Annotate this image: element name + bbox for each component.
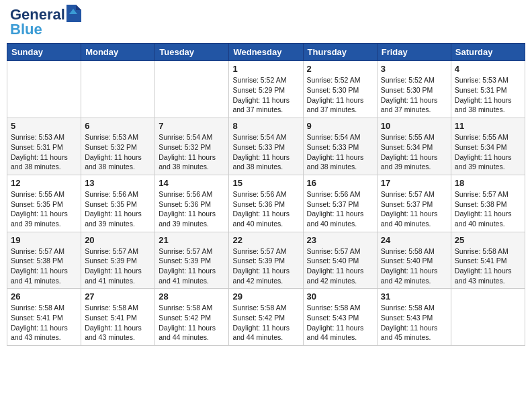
calendar-cell: 17Sunrise: 5:57 AM Sunset: 5:37 PM Dayli…: [377, 175, 451, 232]
day-info: Sunrise: 5:57 AM Sunset: 5:39 PM Dayligh…: [232, 246, 299, 286]
calendar-cell: 25Sunrise: 5:58 AM Sunset: 5:41 PM Dayli…: [451, 232, 525, 289]
calendar-cell: 26Sunrise: 5:58 AM Sunset: 5:41 PM Dayli…: [7, 289, 81, 346]
page-header: General Blue: [7, 7, 525, 38]
calendar-cell: 30Sunrise: 5:58 AM Sunset: 5:43 PM Dayli…: [303, 289, 377, 346]
day-info: Sunrise: 5:52 AM Sunset: 5:30 PM Dayligh…: [381, 75, 447, 115]
day-number: 28: [159, 291, 225, 302]
calendar-cell: 21Sunrise: 5:57 AM Sunset: 5:39 PM Dayli…: [155, 232, 229, 289]
calendar-cell: 16Sunrise: 5:56 AM Sunset: 5:37 PM Dayli…: [303, 175, 377, 232]
day-info: Sunrise: 5:57 AM Sunset: 5:37 PM Dayligh…: [381, 189, 447, 229]
calendar-cell: 19Sunrise: 5:57 AM Sunset: 5:38 PM Dayli…: [7, 232, 81, 289]
calendar-cell: 14Sunrise: 5:56 AM Sunset: 5:36 PM Dayli…: [155, 175, 229, 232]
day-info: Sunrise: 5:52 AM Sunset: 5:30 PM Dayligh…: [307, 75, 373, 115]
weekday-header-wednesday: Wednesday: [229, 44, 303, 61]
calendar-cell: [7, 61, 81, 118]
day-number: 3: [381, 64, 447, 74]
day-info: Sunrise: 5:57 AM Sunset: 5:38 PM Dayligh…: [455, 189, 521, 229]
day-number: 29: [232, 291, 299, 302]
day-number: 12: [11, 178, 77, 188]
day-number: 16: [307, 178, 373, 188]
calendar-week-5: 26Sunrise: 5:58 AM Sunset: 5:41 PM Dayli…: [7, 289, 525, 346]
calendar-cell: 22Sunrise: 5:57 AM Sunset: 5:39 PM Dayli…: [229, 232, 303, 289]
calendar-cell: 7Sunrise: 5:54 AM Sunset: 5:32 PM Daylig…: [155, 118, 229, 175]
day-number: 24: [381, 235, 447, 245]
calendar-cell: 12Sunrise: 5:55 AM Sunset: 5:35 PM Dayli…: [7, 175, 81, 232]
calendar-cell: [451, 289, 525, 346]
day-info: Sunrise: 5:57 AM Sunset: 5:39 PM Dayligh…: [159, 246, 225, 286]
day-info: Sunrise: 5:53 AM Sunset: 5:32 PM Dayligh…: [85, 132, 151, 172]
calendar-cell: 23Sunrise: 5:57 AM Sunset: 5:40 PM Dayli…: [303, 232, 377, 289]
calendar-cell: 27Sunrise: 5:58 AM Sunset: 5:41 PM Dayli…: [81, 289, 155, 346]
calendar-week-1: 1Sunrise: 5:52 AM Sunset: 5:29 PM Daylig…: [7, 61, 525, 118]
calendar-cell: 4Sunrise: 5:53 AM Sunset: 5:31 PM Daylig…: [451, 61, 525, 118]
day-info: Sunrise: 5:58 AM Sunset: 5:41 PM Dayligh…: [455, 246, 521, 286]
day-number: 14: [159, 178, 225, 188]
calendar-cell: 2Sunrise: 5:52 AM Sunset: 5:30 PM Daylig…: [303, 61, 377, 118]
day-number: 15: [232, 178, 299, 188]
calendar-cell: 8Sunrise: 5:54 AM Sunset: 5:33 PM Daylig…: [229, 118, 303, 175]
calendar-week-3: 12Sunrise: 5:55 AM Sunset: 5:35 PM Dayli…: [7, 175, 525, 232]
day-info: Sunrise: 5:58 AM Sunset: 5:43 PM Dayligh…: [307, 303, 373, 342]
day-number: 4: [455, 64, 521, 74]
day-info: Sunrise: 5:55 AM Sunset: 5:34 PM Dayligh…: [455, 132, 521, 172]
day-info: Sunrise: 5:57 AM Sunset: 5:39 PM Dayligh…: [85, 246, 151, 286]
calendar-cell: 20Sunrise: 5:57 AM Sunset: 5:39 PM Dayli…: [81, 232, 155, 289]
day-number: 21: [159, 235, 225, 245]
day-number: 26: [11, 291, 77, 302]
day-number: 9: [307, 121, 373, 131]
svg-marker-1: [76, 5, 81, 10]
day-info: Sunrise: 5:52 AM Sunset: 5:29 PM Dayligh…: [232, 75, 299, 115]
day-info: Sunrise: 5:58 AM Sunset: 5:40 PM Dayligh…: [381, 246, 447, 286]
day-info: Sunrise: 5:56 AM Sunset: 5:37 PM Dayligh…: [307, 189, 373, 229]
calendar-cell: [81, 61, 155, 118]
day-number: 17: [381, 178, 447, 188]
day-info: Sunrise: 5:53 AM Sunset: 5:31 PM Dayligh…: [455, 75, 521, 115]
day-info: Sunrise: 5:54 AM Sunset: 5:33 PM Dayligh…: [232, 132, 299, 172]
day-number: 30: [307, 291, 373, 302]
day-info: Sunrise: 5:56 AM Sunset: 5:35 PM Dayligh…: [85, 189, 151, 229]
calendar-cell: 10Sunrise: 5:55 AM Sunset: 5:34 PM Dayli…: [377, 118, 451, 175]
calendar-week-2: 5Sunrise: 5:53 AM Sunset: 5:31 PM Daylig…: [7, 118, 525, 175]
day-info: Sunrise: 5:57 AM Sunset: 5:40 PM Dayligh…: [307, 246, 373, 286]
calendar-cell: 31Sunrise: 5:58 AM Sunset: 5:43 PM Dayli…: [377, 289, 451, 346]
day-number: 13: [85, 178, 151, 188]
day-number: 2: [307, 64, 373, 74]
day-info: Sunrise: 5:54 AM Sunset: 5:33 PM Dayligh…: [307, 132, 373, 172]
day-number: 19: [11, 235, 77, 245]
day-number: 18: [455, 178, 521, 188]
weekday-header-friday: Friday: [377, 44, 451, 61]
calendar-cell: [155, 61, 229, 118]
weekday-header-row: SundayMondayTuesdayWednesdayThursdayFrid…: [7, 44, 525, 61]
day-number: 6: [85, 121, 151, 131]
calendar-cell: 13Sunrise: 5:56 AM Sunset: 5:35 PM Dayli…: [81, 175, 155, 232]
day-number: 11: [455, 121, 521, 131]
calendar-cell: 3Sunrise: 5:52 AM Sunset: 5:30 PM Daylig…: [377, 61, 451, 118]
day-info: Sunrise: 5:58 AM Sunset: 5:41 PM Dayligh…: [85, 303, 151, 342]
day-info: Sunrise: 5:55 AM Sunset: 5:35 PM Dayligh…: [11, 189, 77, 229]
day-number: 8: [232, 121, 299, 131]
day-info: Sunrise: 5:57 AM Sunset: 5:38 PM Dayligh…: [11, 246, 77, 286]
day-number: 10: [381, 121, 447, 131]
day-number: 7: [159, 121, 225, 131]
day-info: Sunrise: 5:58 AM Sunset: 5:42 PM Dayligh…: [159, 303, 225, 342]
logo-blue-text: Blue: [10, 21, 42, 38]
calendar-cell: 28Sunrise: 5:58 AM Sunset: 5:42 PM Dayli…: [155, 289, 229, 346]
day-info: Sunrise: 5:56 AM Sunset: 5:36 PM Dayligh…: [232, 189, 299, 229]
logo-icon: [66, 5, 81, 22]
weekday-header-saturday: Saturday: [451, 44, 525, 61]
day-number: 1: [232, 64, 299, 74]
day-number: 23: [307, 235, 373, 245]
calendar-cell: 11Sunrise: 5:55 AM Sunset: 5:34 PM Dayli…: [451, 118, 525, 175]
logo: General Blue: [10, 7, 81, 38]
day-info: Sunrise: 5:58 AM Sunset: 5:41 PM Dayligh…: [11, 303, 77, 342]
day-number: 5: [11, 121, 77, 131]
calendar-table: SundayMondayTuesdayWednesdayThursdayFrid…: [7, 43, 525, 346]
calendar-week-4: 19Sunrise: 5:57 AM Sunset: 5:38 PM Dayli…: [7, 232, 525, 289]
calendar-cell: 6Sunrise: 5:53 AM Sunset: 5:32 PM Daylig…: [81, 118, 155, 175]
weekday-header-tuesday: Tuesday: [155, 44, 229, 61]
calendar-cell: 5Sunrise: 5:53 AM Sunset: 5:31 PM Daylig…: [7, 118, 81, 175]
weekday-header-sunday: Sunday: [7, 44, 81, 61]
calendar-cell: 9Sunrise: 5:54 AM Sunset: 5:33 PM Daylig…: [303, 118, 377, 175]
day-info: Sunrise: 5:53 AM Sunset: 5:31 PM Dayligh…: [11, 132, 77, 172]
calendar-cell: 24Sunrise: 5:58 AM Sunset: 5:40 PM Dayli…: [377, 232, 451, 289]
